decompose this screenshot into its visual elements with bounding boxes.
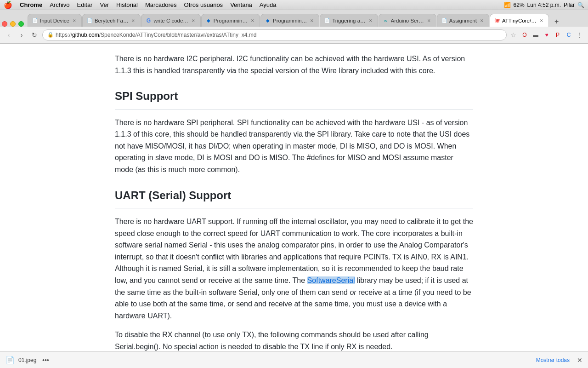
address-bar: ‹ › ↻ 🔒 https://github.com/SpenceKonde/A… <box>0 27 588 43</box>
menubar-editar[interactable]: Editar <box>73 0 96 10</box>
menubar-chrome[interactable]: Chrome <box>16 0 46 10</box>
menubar-battery: 62% <box>514 2 525 8</box>
tab-favicon-programming2: ◆ <box>265 17 271 24</box>
traffic-lights <box>2 21 24 27</box>
url-text: https://github.com/SpenceKonde/ATTinyCor… <box>56 32 256 38</box>
url-domain: github.com <box>72 32 99 38</box>
tab-arduino[interactable]: ∞ Arduino Ser… ✕ <box>379 14 436 27</box>
tab-favicon-berytech: 📄 <box>86 17 93 24</box>
menubar-archivo[interactable]: Archivo <box>46 0 73 10</box>
menubar-ver[interactable]: Ver <box>96 0 113 10</box>
download-more-button[interactable]: ••• <box>40 355 51 366</box>
tab-close-programming1[interactable]: ✕ <box>249 17 256 24</box>
menubar-wifi: 📶 <box>504 2 511 8</box>
tab-title-attinycore: ATTinyCore/… <box>502 18 537 23</box>
tab-title-programming1: Programmin… <box>214 18 248 23</box>
tab-triggering[interactable]: 📄 Triggering a… ✕ <box>320 14 378 27</box>
menubar-user: Pilar <box>564 2 575 8</box>
tab-close-berytech[interactable]: ✕ <box>130 17 136 24</box>
section2-body4: To disable the RX channel (to use only T… <box>115 329 473 352</box>
tab-favicon-assignment: 📄 <box>441 17 447 24</box>
menubar-historial[interactable]: Historial <box>113 0 141 10</box>
menubar-ventana[interactable]: Ventana <box>226 0 256 10</box>
tab-title-berytech: Berytech Fa… <box>95 18 129 23</box>
tab-programming1[interactable]: ◆ Programmin… ✕ <box>201 14 260 27</box>
section2-text-before-link: There is no hardware UART support. If ru… <box>115 218 473 284</box>
tab-berytech[interactable]: 📄 Berytech Fa… ✕ <box>82 14 141 27</box>
tab-close-triggering[interactable]: ✕ <box>368 17 374 24</box>
section1-heading: SPI Support <box>115 87 473 109</box>
new-tab-button[interactable]: + <box>550 17 563 27</box>
browser-extensions: O ▬ ♥ P C ⋮ <box>520 30 584 40</box>
software-serial-link[interactable]: SoftwareSerial <box>307 276 355 284</box>
maximize-window-button[interactable] <box>18 21 24 27</box>
reload-button[interactable]: ↻ <box>29 30 40 40</box>
tab-attinycore[interactable]: 🐙 ATTinyCore/… ✕ <box>490 14 549 27</box>
opera-ext-icon[interactable]: O <box>520 30 529 40</box>
browser-chrome: 📄 Input Device ✕ 📄 Berytech Fa… ✕ G writ… <box>0 10 588 44</box>
section1-body: There is no hardware SPI peripheral. SPI… <box>115 117 473 176</box>
tab-close-programming2[interactable]: ✕ <box>309 17 315 24</box>
content-inner: There is no hardware I2C peripheral. I2C… <box>96 44 492 352</box>
lock-icon: 🔒 <box>47 32 54 38</box>
menubar-right: 📶 62% Lun 4:52 p.m. Pilar 🔍 <box>504 2 584 8</box>
ext-icon-2[interactable]: ▬ <box>531 30 540 40</box>
tab-favicon-write-code: G <box>145 17 152 24</box>
download-filename: 01.jpeg <box>18 357 36 363</box>
tab-close-attinycore[interactable]: ✕ <box>538 17 545 24</box>
tab-write-code[interactable]: G write C code… ✕ <box>141 14 200 27</box>
ext-icon-4[interactable]: P <box>553 30 562 40</box>
tab-favicon-arduino: ∞ <box>383 17 389 24</box>
tab-title-triggering: Triggering a… <box>332 18 365 23</box>
show-all-downloads-button[interactable]: Mostrar todas <box>536 357 570 363</box>
menubar-time: Lun 4:52 p.m. <box>527 2 561 8</box>
menubar-search-icon[interactable]: 🔍 <box>577 2 584 8</box>
forward-button[interactable]: › <box>17 30 27 40</box>
tab-favicon-triggering: 📄 <box>324 17 330 24</box>
url-path: /SpenceKonde/ATTinyCore/blob/master/avr/… <box>99 32 257 38</box>
page-content: There is no hardware I2C peripheral. I2C… <box>0 44 588 352</box>
tab-favicon-programming1: ◆ <box>205 17 212 24</box>
menubar: 🍎 Chrome Archivo Editar Ver Historial Ma… <box>0 0 588 10</box>
section2-italic: or <box>350 288 356 296</box>
tab-bar: 📄 Input Device ✕ 📄 Berytech Fa… ✕ G writ… <box>0 10 588 27</box>
menubar-otros[interactable]: Otros usuarios <box>181 0 227 10</box>
tab-programming2[interactable]: ◆ Programmin… ✕ <box>260 14 319 27</box>
download-bar: 📄 01.jpeg ••• Mostrar todas ✕ <box>0 351 588 368</box>
tab-title-assignment: Assignment <box>449 18 477 23</box>
menubar-ayuda[interactable]: Ayuda <box>256 0 280 10</box>
section2-body1: There is no hardware UART support. If ru… <box>115 216 473 322</box>
tab-title-programming2: Programmin… <box>273 18 307 23</box>
tab-favicon-input-device: 📄 <box>32 17 38 24</box>
tab-title-input-device: Input Device <box>40 18 69 23</box>
minimize-window-button[interactable] <box>10 21 16 27</box>
tab-title-write-code: write C code… <box>153 18 188 23</box>
tab-close-assignment[interactable]: ✕ <box>479 17 485 24</box>
intro-paragraph: There is no hardware I2C peripheral. I2C… <box>115 53 473 76</box>
tab-close-arduino[interactable]: ✕ <box>426 17 432 24</box>
close-window-button[interactable] <box>2 21 7 27</box>
tab-close-input-device[interactable]: ✕ <box>71 17 78 24</box>
tab-assignment[interactable]: 📄 Assignment ✕ <box>437 14 489 27</box>
url-bar[interactable]: 🔒 https://github.com/SpenceKonde/ATTinyC… <box>42 29 507 40</box>
ext-icon-3[interactable]: ♥ <box>542 30 551 40</box>
tab-favicon-attinycore: 🐙 <box>494 17 500 24</box>
back-button[interactable]: ‹ <box>4 30 14 40</box>
tab-close-write-code[interactable]: ✕ <box>190 17 197 24</box>
close-download-bar-button[interactable]: ✕ <box>577 356 582 364</box>
ext-icon-5[interactable]: C <box>564 30 573 40</box>
url-scheme: https:// <box>56 32 72 38</box>
bookmark-star-icon[interactable]: ☆ <box>510 31 516 39</box>
tab-input-device[interactable]: 📄 Input Device ✕ <box>28 14 82 27</box>
apple-menu[interactable]: 🍎 <box>4 1 12 9</box>
ext-icon-more[interactable]: ⋮ <box>575 30 584 40</box>
tab-title-arduino: Arduino Ser… <box>391 18 424 23</box>
download-file-icon: 📄 <box>6 356 15 364</box>
section2-heading: UART (Serial) Support <box>115 187 473 208</box>
menubar-marcadores[interactable]: Marcadores <box>141 0 181 10</box>
